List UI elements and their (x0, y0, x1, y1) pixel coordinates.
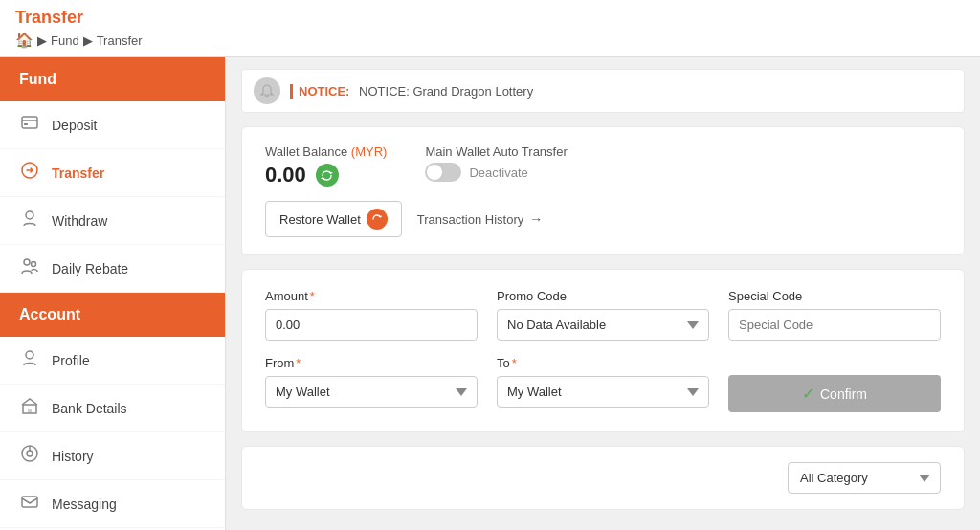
notice-bell-icon (254, 77, 280, 104)
sidebar-item-bank-details[interactable]: Bank Details (0, 385, 225, 432)
amount-label: Amount* (265, 289, 478, 303)
confirm-group: ✓ Confirm (728, 356, 941, 412)
sidebar-item-deposit[interactable]: Deposit (0, 101, 225, 149)
withdraw-icon (19, 209, 40, 232)
daily-rebate-label: Daily Rebate (52, 261, 128, 276)
sidebar-item-daily-rebate[interactable]: Daily Rebate (0, 245, 225, 293)
account-section-header: Account (0, 293, 225, 337)
wallet-amount: 0.00 (265, 163, 306, 188)
promo-code-select[interactable]: No Data Available (497, 309, 709, 341)
restore-icon (367, 209, 388, 230)
notice-text: NOTICE: NOTICE: Grand Dragon Lottery (290, 84, 952, 99)
special-code-group: Special Code (728, 289, 941, 341)
wallet-balance-label: Wallet Balance (MYR) (265, 144, 387, 159)
from-label: From* (265, 356, 478, 370)
notice-content: NOTICE: Grand Dragon Lottery (359, 84, 533, 99)
from-select[interactable]: My Wallet (265, 376, 478, 408)
svg-point-4 (26, 211, 33, 219)
messaging-icon (19, 492, 40, 516)
special-code-label: Special Code (728, 289, 941, 303)
amount-input[interactable] (265, 309, 478, 341)
svg-rect-13 (22, 497, 37, 507)
transaction-history-link[interactable]: Transaction History → (417, 211, 544, 227)
from-group: From* My Wallet (265, 356, 478, 412)
history-icon (19, 444, 40, 468)
svg-rect-2 (24, 123, 28, 125)
home-icon[interactable]: 🏠 (15, 32, 33, 49)
sidebar: Fund Deposit Transfer (0, 57, 226, 530)
svg-point-7 (26, 351, 33, 359)
bank-details-label: Bank Details (52, 401, 127, 416)
daily-rebate-icon (19, 256, 40, 280)
deactivate-label: Deactivate (469, 166, 527, 180)
promo-code-group: Promo Code No Data Available (497, 289, 709, 341)
withdraw-label: Withdraw (52, 213, 107, 229)
confirm-button[interactable]: ✓ Confirm (728, 375, 941, 412)
svg-rect-0 (22, 117, 37, 128)
content-area: NOTICE: NOTICE: Grand Dragon Lottery Wal… (226, 57, 980, 530)
notice-label: NOTICE: (290, 84, 349, 99)
svg-point-11 (27, 451, 33, 456)
sidebar-item-messaging[interactable]: Messaging (0, 480, 225, 528)
breadcrumb-fund: Fund (51, 33, 79, 48)
restore-wallet-label: Restore Wallet (279, 212, 361, 227)
transfer-label: Transfer (52, 166, 104, 181)
profile-label: Profile (52, 353, 90, 368)
bank-details-icon (19, 396, 40, 420)
transfer-form-card: Amount* Promo Code No Data Available Spe… (241, 269, 965, 432)
profile-icon (19, 348, 40, 372)
svg-point-6 (32, 262, 36, 267)
transaction-history-label: Transaction History (417, 212, 524, 227)
deposit-label: Deposit (52, 118, 97, 133)
svg-point-5 (24, 259, 30, 265)
auto-transfer-toggle[interactable] (425, 163, 461, 182)
breadcrumb-separator: ▶ (37, 33, 47, 48)
confirm-label: Confirm (820, 386, 867, 402)
promo-code-label: Promo Code (497, 289, 709, 303)
transfer-icon (19, 161, 40, 185)
fund-section-header: Fund (0, 57, 225, 101)
wallet-card: Wallet Balance (MYR) 0.00 (241, 126, 965, 255)
sidebar-item-profile[interactable]: Profile (0, 337, 225, 385)
special-code-input[interactable] (728, 309, 941, 341)
breadcrumb-transfer: Transfer (97, 33, 143, 48)
messaging-label: Messaging (52, 497, 117, 512)
bottom-section: All Category (241, 446, 965, 510)
notice-bar: NOTICE: NOTICE: Grand Dragon Lottery (241, 69, 965, 113)
refresh-button[interactable] (316, 164, 339, 187)
to-group: To* My Wallet (497, 356, 709, 412)
to-select[interactable]: My Wallet (497, 376, 709, 408)
amount-group: Amount* (265, 289, 478, 341)
history-label: History (52, 449, 94, 464)
sidebar-item-history[interactable]: History (0, 432, 225, 480)
svg-rect-9 (28, 409, 32, 413)
breadcrumb-separator2: ▶ (83, 33, 93, 48)
deposit-icon (19, 113, 40, 137)
auto-transfer-label: Main Wallet Auto Transfer (425, 144, 567, 159)
sidebar-item-withdraw[interactable]: Withdraw (0, 197, 225, 245)
restore-wallet-button[interactable]: Restore Wallet (265, 201, 402, 237)
page-title: Transfer (15, 8, 965, 28)
category-select[interactable]: All Category (788, 462, 941, 494)
sidebar-item-transfer[interactable]: Transfer (0, 149, 225, 197)
arrow-right-icon: → (529, 211, 543, 227)
check-icon: ✓ (802, 385, 814, 403)
to-label: To* (497, 356, 709, 370)
breadcrumb: 🏠 ▶ Fund ▶ Transfer (15, 32, 965, 49)
